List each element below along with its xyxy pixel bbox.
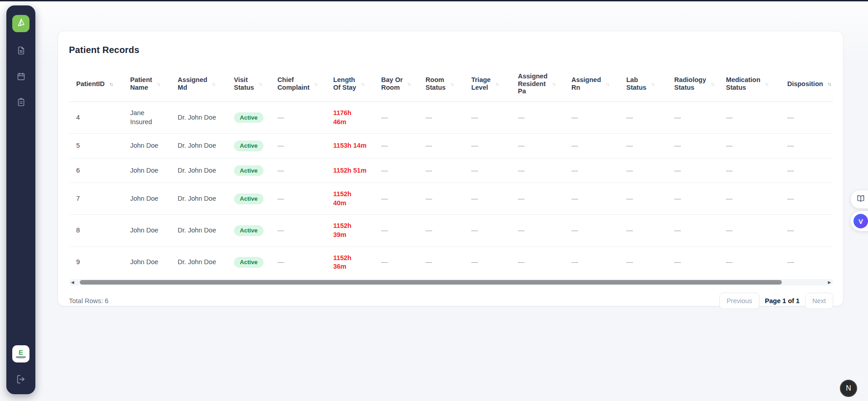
docs-flyout-button[interactable] [851, 190, 868, 208]
cell-assigned_md: Dr. John Doe [171, 158, 227, 183]
sort-icon[interactable]: ↑↓ [828, 81, 832, 87]
cell-triage_level: — [464, 134, 511, 159]
scroll-right-arrow-icon[interactable]: ▶ [826, 279, 833, 285]
scroll-left-arrow-icon[interactable]: ◀ [69, 279, 76, 285]
column-label: Assigned Resident Pa [518, 72, 547, 95]
column-header-assigned_md[interactable]: Assigned Md↑↓ [171, 66, 227, 102]
sort-icon[interactable]: ↑↓ [495, 81, 499, 87]
prism-icon [16, 18, 26, 29]
cell-visit_status: Active [227, 102, 270, 134]
sort-icon[interactable]: ↑↓ [109, 81, 113, 87]
cell-assigned_resident_pa: — [511, 183, 564, 215]
empty-value: — [425, 167, 432, 174]
sort-icon[interactable]: ↑↓ [361, 81, 365, 87]
empty-value: — [726, 114, 733, 121]
sidebar-item-calendar[interactable] [15, 72, 26, 82]
empty-value: — [518, 195, 525, 202]
column-header-bay_or_room[interactable]: Bay Or Room↑↓ [374, 66, 419, 102]
column-label: Bay Or Room [381, 76, 403, 91]
cell-patient_name: John Doe [123, 134, 171, 159]
column-header-chief_complaint[interactable]: Chief Complaint↑↓ [270, 66, 326, 102]
cell-radiology_status: — [667, 246, 719, 278]
pagination: Previous Page 1 of 1 Next [719, 293, 833, 309]
table-row[interactable]: 6John DoeDr. John DoeActive—1152h 51m———… [69, 158, 833, 183]
empty-value: — [571, 142, 578, 149]
cell-room_status: — [418, 183, 464, 215]
sort-icon[interactable]: ↑↓ [651, 81, 655, 87]
table-footer: Total Rows: 6 Previous Page 1 of 1 Next [69, 293, 833, 309]
column-header-disposition[interactable]: Disposition↑↓ [780, 66, 833, 102]
cell-room_status: — [418, 134, 464, 159]
table-row[interactable]: 9John DoeDr. John DoeActive—1152h 36m———… [69, 246, 833, 278]
sort-icon[interactable]: ↑↓ [450, 81, 454, 87]
cell-bay_or_room: — [374, 183, 419, 215]
empty-value: — [674, 142, 681, 149]
empty-value: — [278, 258, 284, 266]
cell-patient_name: Jane Insured [123, 102, 171, 134]
next-page-button[interactable]: Next [805, 293, 833, 309]
sort-icon[interactable]: ↑↓ [258, 81, 263, 87]
org-logo-letter: E [19, 349, 23, 356]
empty-value: — [278, 142, 284, 149]
sort-icon[interactable]: ↑↓ [765, 81, 769, 87]
cell-lab_status: — [619, 102, 667, 134]
column-header-radiology_status[interactable]: Radiology Status↑↓ [667, 66, 719, 102]
empty-value: — [518, 142, 525, 149]
empty-value: — [381, 167, 388, 174]
org-logo: E [12, 345, 29, 362]
empty-value: — [674, 227, 681, 234]
cell-assigned_rn: — [564, 102, 619, 134]
table-row[interactable]: 4Jane InsuredDr. John DoeActive—1176h 46… [69, 102, 833, 134]
sort-icon[interactable]: ↑↓ [407, 81, 411, 87]
devtools-flyout-button[interactable]: V [851, 211, 868, 231]
empty-value: — [425, 114, 432, 121]
v-logo-icon: V [853, 214, 868, 228]
empty-value: — [726, 195, 733, 202]
cell-room_status: — [418, 246, 464, 278]
column-label: Length Of Stay [333, 76, 356, 91]
cell-triage_level: — [464, 246, 511, 278]
empty-value: — [787, 142, 794, 149]
sort-icon[interactable]: ↑↓ [711, 81, 715, 87]
sidebar-item-clipboard[interactable] [15, 97, 26, 108]
column-label: Chief Complaint [278, 76, 310, 91]
table-row[interactable]: 5John DoeDr. John DoeActive—1153h 14m———… [69, 134, 833, 159]
column-header-assigned_rn[interactable]: Assigned Rn↑↓ [564, 66, 619, 102]
sort-icon[interactable]: ↑↓ [156, 81, 161, 87]
cell-triage_level: — [464, 215, 511, 246]
empty-value: — [787, 167, 794, 174]
sort-icon[interactable]: ↑↓ [212, 81, 216, 87]
scrollbar-thumb[interactable] [80, 280, 782, 285]
sort-icon[interactable]: ↑↓ [314, 81, 318, 87]
column-header-medication_status[interactable]: Medication Status↑↓ [719, 66, 780, 102]
cell-lab_status: — [619, 246, 667, 278]
column-header-patient_id[interactable]: PatientID↑↓ [69, 66, 123, 102]
notification-bubble[interactable]: N [840, 380, 857, 397]
column-header-lab_status[interactable]: Lab Status↑↓ [619, 66, 667, 102]
column-label: Room Status [425, 76, 445, 91]
column-header-patient_name[interactable]: Patient Name↑↓ [123, 66, 171, 102]
scrollbar-track[interactable] [76, 279, 826, 285]
column-header-room_status[interactable]: Room Status↑↓ [418, 66, 464, 102]
logout-button[interactable] [16, 374, 26, 386]
status-badge: Active [234, 165, 263, 176]
length-of-stay-value: 1152h 39m [333, 222, 351, 238]
previous-page-button[interactable]: Previous [719, 293, 759, 309]
cell-patient_name: John Doe [123, 183, 171, 215]
column-header-visit_status[interactable]: Visit Status↑↓ [227, 66, 270, 102]
sidebar-item-documents[interactable] [15, 46, 26, 57]
sort-icon[interactable]: ↑↓ [552, 81, 556, 87]
cell-visit_status: Active [227, 158, 270, 183]
status-badge: Active [234, 112, 263, 123]
table-row[interactable]: 8John DoeDr. John DoeActive—1152h 39m———… [69, 215, 833, 246]
column-header-assigned_resident_pa[interactable]: Assigned Resident Pa↑↓ [511, 66, 564, 102]
horizontal-scrollbar[interactable]: ◀ ▶ [69, 279, 833, 285]
sort-icon[interactable]: ↑↓ [605, 81, 610, 87]
sidebar-item-home[interactable] [12, 15, 29, 32]
column-header-triage_level[interactable]: Triage Level↑↓ [464, 66, 511, 102]
cell-visit_status: Active [227, 215, 270, 246]
empty-value: — [471, 258, 478, 266]
column-header-length_of_stay[interactable]: Length Of Stay↑↓ [326, 66, 374, 102]
cell-lab_status: — [619, 183, 667, 215]
table-row[interactable]: 7John DoeDr. John DoeActive—1152h 40m———… [69, 183, 833, 215]
